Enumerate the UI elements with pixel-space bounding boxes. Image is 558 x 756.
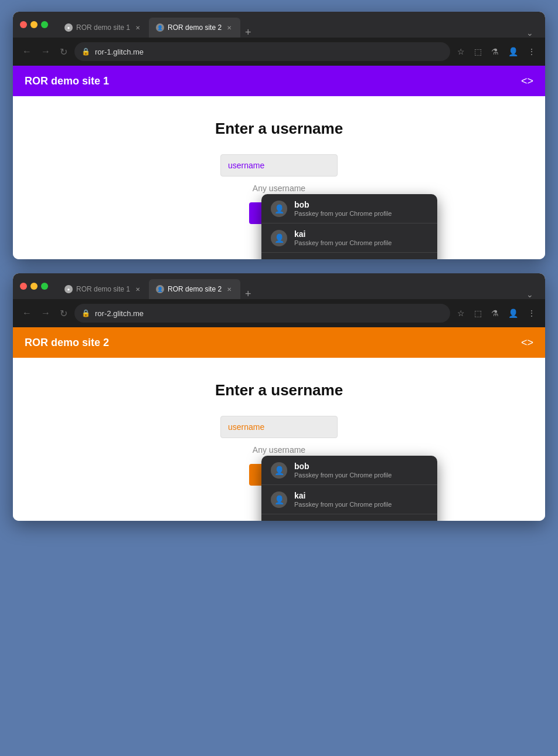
- passkey-name-sally-2: sally: [294, 520, 428, 521]
- tab-overflow-button[interactable]: ⌄: [522, 28, 538, 38]
- page-content-1: Enter a username 👤 bob Passkey from your…: [13, 96, 545, 259]
- passkey-info-sally-1: sally Passkey from your Chrome profile: [294, 259, 428, 259]
- passkey-avatar-bob-1: 👤: [271, 201, 287, 217]
- site-title-1: ROR demo site 1: [25, 75, 109, 87]
- passkey-name-bob-1: bob: [294, 200, 428, 209]
- passkey-avatar-sally-2: 👤: [271, 521, 287, 521]
- flask-icon[interactable]: ⚗: [489, 45, 501, 59]
- username-input-wrapper-1: 👤 bob Passkey from your Chrome profile 👤…: [25, 154, 533, 224]
- username-input-1[interactable]: [220, 154, 338, 177]
- tab-favicon-2b: 👤: [156, 285, 164, 293]
- url-text-1: ror-1.glitch.me: [95, 48, 144, 56]
- maximize-button-2[interactable]: [41, 283, 48, 290]
- passkey-item-bob-2[interactable]: 👤 bob Passkey from your Chrome profile: [261, 456, 437, 484]
- username-input-2[interactable]: [220, 416, 338, 438]
- reload-button-2[interactable]: ↻: [57, 306, 70, 321]
- url-bar-1[interactable]: 🔒 ror-1.glitch.me: [74, 42, 450, 61]
- tabs-container-1: ● ROR demo site 1 ✕ 👤 ROR demo site 2 ✕ …: [57, 12, 538, 38]
- passkey-info-bob-1: bob Passkey from your Chrome profile: [294, 200, 428, 217]
- passkey-dropdown-1: 👤 bob Passkey from your Chrome profile 👤…: [261, 194, 437, 259]
- tab-favicon-2: 👤: [156, 23, 164, 32]
- url-text-2: ror-2.glitch.me: [95, 309, 144, 318]
- passkey-name-sally-1: sally: [294, 259, 428, 259]
- maximize-button[interactable]: [41, 21, 48, 28]
- tab-ror-demo-site-1[interactable]: ● ROR demo site 1 ✕: [57, 18, 149, 38]
- tab-overflow-button-2[interactable]: ⌄: [522, 290, 538, 299]
- tab-label-1: ROR demo site 1: [76, 23, 130, 32]
- passkey-info-kai-1: kai Passkey from your Chrome profile: [294, 229, 428, 246]
- tab-close-1[interactable]: ✕: [134, 23, 142, 32]
- back-button-2[interactable]: ←: [20, 306, 34, 321]
- url-security-icon-2: 🔒: [81, 309, 90, 317]
- screenshot-icon-2[interactable]: ⬚: [472, 306, 484, 320]
- screenshot-icon[interactable]: ⬚: [472, 45, 484, 59]
- page-heading-2: Enter a username: [215, 381, 343, 399]
- passkey-item-sally-2[interactable]: 👤 sally Passkey from your Chrome profile: [261, 514, 437, 521]
- new-tab-button[interactable]: +: [240, 27, 256, 38]
- forward-button[interactable]: →: [39, 44, 53, 59]
- passkey-dropdown-2: 👤 bob Passkey from your Chrome profile 👤…: [261, 456, 437, 521]
- code-icon-2[interactable]: <>: [521, 337, 533, 349]
- address-actions-1: ☆ ⬚ ⚗ 👤 ⋮: [455, 45, 538, 59]
- menu-icon[interactable]: ⋮: [525, 45, 538, 59]
- traffic-lights-1: [20, 21, 48, 28]
- address-actions-2: ☆ ⬚ ⚗ 👤 ⋮: [455, 306, 538, 320]
- page-content-2: Enter a username 👤 bob Passkey from your…: [13, 358, 545, 521]
- passkey-info-kai-2: kai Passkey from your Chrome profile: [294, 491, 428, 508]
- back-button[interactable]: ←: [20, 44, 34, 59]
- code-icon-1[interactable]: <>: [521, 75, 533, 87]
- title-bar-1: ● ROR demo site 1 ✕ 👤 ROR demo site 2 ✕ …: [13, 12, 545, 38]
- tab-ror-demo-site-1-b[interactable]: ● ROR demo site 1 ✕: [57, 279, 149, 299]
- tab-close-1b[interactable]: ✕: [134, 285, 142, 293]
- profile-icon-2[interactable]: 👤: [506, 306, 520, 320]
- page-heading-1: Enter a username: [215, 120, 343, 138]
- passkey-desc-bob-2: Passkey from your Chrome profile: [294, 472, 428, 479]
- passkey-item-kai-2[interactable]: 👤 kai Passkey from your Chrome profile: [261, 484, 437, 514]
- tab-label-1b: ROR demo site 1: [76, 285, 130, 293]
- tab-close-2b[interactable]: ✕: [225, 285, 233, 293]
- minimize-button-2[interactable]: [30, 283, 38, 290]
- title-bar-2: ● ROR demo site 1 ✕ 👤 ROR demo site 2 ✕ …: [13, 273, 545, 299]
- reload-button[interactable]: ↻: [57, 44, 70, 60]
- passkey-avatar-sally-1: 👤: [271, 259, 287, 260]
- profile-icon[interactable]: 👤: [506, 45, 520, 59]
- passkey-item-kai-1[interactable]: 👤 kai Passkey from your Chrome profile: [261, 223, 437, 252]
- username-input-wrapper-2: 👤 bob Passkey from your Chrome profile 👤…: [25, 416, 533, 486]
- traffic-lights-2: [20, 283, 48, 290]
- bookmark-icon-2[interactable]: ☆: [455, 306, 467, 320]
- site-header-2: ROR demo site 2 <>: [13, 327, 545, 358]
- address-bar-1: ← → ↻ 🔒 ror-1.glitch.me ☆ ⬚ ⚗ 👤 ⋮: [13, 38, 545, 66]
- site-header-1: ROR demo site 1 <>: [13, 66, 545, 96]
- passkey-item-sally-1[interactable]: 👤 sally Passkey from your Chrome profile: [261, 252, 437, 259]
- tab-close-2[interactable]: ✕: [225, 23, 233, 32]
- tab-favicon-1b: ●: [64, 285, 73, 293]
- minimize-button[interactable]: [30, 21, 38, 28]
- flask-icon-2[interactable]: ⚗: [489, 306, 501, 320]
- bookmark-icon[interactable]: ☆: [455, 45, 467, 59]
- tab-ror-demo-site-2-active[interactable]: 👤 ROR demo site 2 ✕: [149, 18, 240, 38]
- passkey-info-bob-2: bob Passkey from your Chrome profile: [294, 462, 428, 479]
- forward-button-2[interactable]: →: [39, 306, 53, 321]
- tab-favicon-1: ●: [64, 23, 73, 32]
- browser-window-1: ● ROR demo site 1 ✕ 👤 ROR demo site 2 ✕ …: [13, 12, 545, 259]
- passkey-name-kai-2: kai: [294, 491, 428, 500]
- tab-ror-demo-site-2-b[interactable]: 👤 ROR demo site 2 ✕: [149, 279, 240, 299]
- site-title-2: ROR demo site 2: [25, 337, 109, 349]
- close-button-2[interactable]: [20, 283, 27, 290]
- url-bar-2[interactable]: 🔒 ror-2.glitch.me: [74, 304, 450, 323]
- close-button[interactable]: [20, 21, 27, 28]
- menu-icon-2[interactable]: ⋮: [525, 306, 538, 320]
- browser-window-2: ● ROR demo site 1 ✕ 👤 ROR demo site 2 ✕ …: [13, 273, 545, 521]
- passkey-name-kai-1: kai: [294, 229, 428, 239]
- tab-label-2: ROR demo site 2: [168, 23, 222, 32]
- passkey-desc-bob-1: Passkey from your Chrome profile: [294, 210, 428, 217]
- passkey-desc-kai-2: Passkey from your Chrome profile: [294, 501, 428, 508]
- passkey-avatar-kai-2: 👤: [271, 491, 287, 508]
- helper-text-2: Any username: [253, 445, 305, 455]
- passkey-item-bob-1[interactable]: 👤 bob Passkey from your Chrome profile: [261, 194, 437, 223]
- new-tab-button-2[interactable]: +: [240, 289, 256, 299]
- address-bar-2: ← → ↻ 🔒 ror-2.glitch.me ☆ ⬚ ⚗ 👤 ⋮: [13, 299, 545, 327]
- passkey-name-bob-2: bob: [294, 462, 428, 471]
- helper-text-1: Any username: [253, 184, 305, 193]
- passkey-avatar-kai-1: 👤: [271, 230, 287, 246]
